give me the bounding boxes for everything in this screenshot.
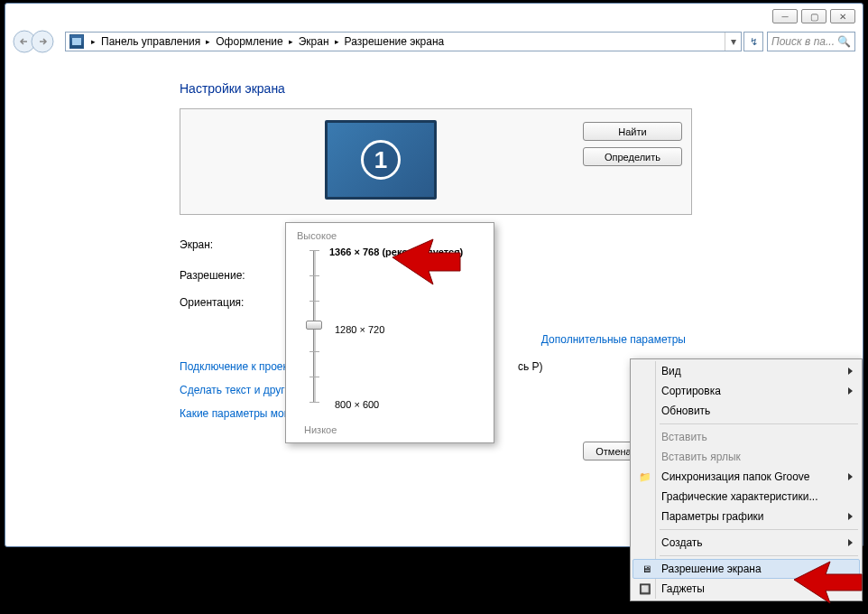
- slider-tick: [309, 402, 319, 403]
- identify-button[interactable]: Определить: [583, 147, 682, 166]
- additional-params-link[interactable]: Дополнительные параметры: [541, 333, 686, 346]
- nav-back-forward[interactable]: [13, 30, 60, 53]
- display-label: Экран:: [180, 238, 297, 251]
- submenu-arrow-icon: [848, 473, 853, 480]
- projector-link[interactable]: Подключение к проек: [180, 360, 288, 373]
- monitor-icon: 🖥: [639, 562, 653, 576]
- address-dropdown-icon[interactable]: ▾: [725, 33, 741, 51]
- submenu-arrow-icon: [848, 367, 853, 375]
- projector-hint: сь P): [518, 360, 543, 373]
- menu-view[interactable]: Вид: [633, 361, 860, 381]
- navigation-bar: ▸ Панель управления ▸ Оформление ▸ Экран…: [13, 29, 855, 54]
- minimize-button[interactable]: ─: [772, 9, 798, 23]
- menu-create[interactable]: Создать: [633, 533, 860, 553]
- menu-paste: Вставить: [633, 427, 860, 447]
- monitor-thumbnail[interactable]: 1: [325, 120, 437, 200]
- close-button[interactable]: ✕: [830, 9, 855, 23]
- menu-separator: [660, 529, 858, 530]
- menu-separator: [660, 423, 858, 424]
- annotation-arrow: [383, 226, 465, 289]
- page-title: Настройки экрана: [180, 81, 285, 96]
- orientation-row: Ориентация:: [180, 296, 297, 309]
- submenu-arrow-icon: [848, 513, 853, 520]
- submenu-arrow-icon: [848, 539, 853, 546]
- address-bar[interactable]: ▸ Панель управления ▸ Оформление ▸ Экран…: [65, 32, 742, 51]
- monitor-number-badge: 1: [361, 140, 401, 180]
- groove-icon: 📁: [638, 470, 652, 484]
- resolution-current: 1280 × 720: [335, 324, 384, 335]
- resolution-slider-thumb[interactable]: [306, 321, 322, 330]
- menu-groove-sync[interactable]: 📁Синхронизация папок Groove: [633, 467, 860, 487]
- breadcrumb-item[interactable]: Панель управления: [99, 35, 202, 48]
- menu-paste-shortcut: Вставить ярлык: [633, 447, 860, 467]
- slider-tick: [309, 275, 319, 276]
- slider-tick: [309, 250, 319, 251]
- menu-refresh[interactable]: Обновить: [633, 401, 860, 421]
- maximize-button[interactable]: ▢: [801, 9, 826, 23]
- slider-low-label: Низкое: [304, 424, 337, 435]
- submenu-arrow-icon: [848, 387, 853, 395]
- breadcrumb-item[interactable]: Оформление: [214, 35, 284, 48]
- breadcrumb-sep: ▸: [331, 37, 343, 46]
- search-placeholder: Поиск в па...: [771, 35, 835, 48]
- menu-graphics-chars[interactable]: Графические характеристики...: [633, 487, 860, 507]
- resolution-label: Разрешение:: [180, 269, 297, 282]
- slider-tick: [309, 377, 319, 377]
- resolution-min: 800 × 600: [335, 399, 379, 410]
- breadcrumb-sep: ▸: [88, 37, 99, 46]
- orientation-label: Ориентация:: [180, 296, 297, 309]
- which-params-link[interactable]: Какие параметры мон: [180, 407, 290, 420]
- breadcrumb-sep: ▸: [202, 37, 214, 46]
- window-controls: ─ ▢ ✕: [772, 9, 855, 23]
- textsize-link[interactable]: Сделать текст и другие: [180, 384, 297, 396]
- refresh-button[interactable]: ↯: [743, 32, 763, 51]
- breadcrumb-item[interactable]: Экран: [297, 35, 331, 48]
- slider-tick: [309, 301, 319, 302]
- gadgets-icon: 🔲: [638, 581, 652, 596]
- slider-tick: [309, 351, 319, 352]
- monitor-preview-area: 1 Найти Определить: [180, 108, 692, 215]
- search-input[interactable]: Поиск в па... 🔍: [767, 32, 855, 51]
- find-button[interactable]: Найти: [583, 122, 682, 141]
- breadcrumb-item[interactable]: Разрешение экрана: [343, 35, 447, 48]
- menu-graphics-params[interactable]: Параметры графики: [633, 507, 860, 526]
- search-icon: 🔍: [837, 35, 851, 48]
- menu-sort[interactable]: Сортировка: [633, 381, 860, 401]
- breadcrumb-sep: ▸: [285, 37, 297, 46]
- control-panel-icon: [69, 34, 84, 49]
- annotation-arrow: [785, 553, 866, 607]
